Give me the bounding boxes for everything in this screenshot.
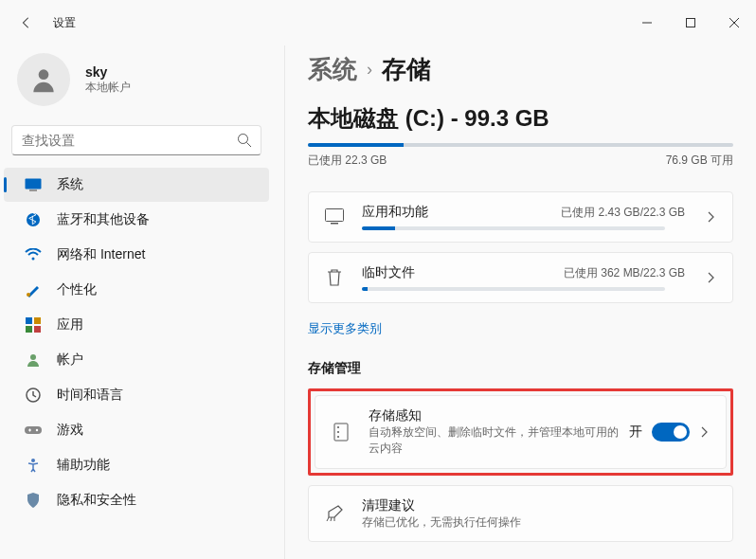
nav-apps[interactable]: 应用 — [4, 308, 269, 342]
minimize-icon — [642, 18, 652, 27]
arrow-left-icon — [20, 16, 33, 29]
nav-label: 时间和语言 — [57, 387, 123, 404]
avatar — [17, 53, 70, 106]
breadcrumb-parent[interactable]: 系统 — [308, 53, 357, 86]
card-storage-sense[interactable]: 存储感知 自动释放空间、删除临时文件，并管理本地可用的云内容 开 — [315, 395, 727, 469]
card-meta: 已使用 2.43 GB/22.3 GB — [561, 205, 685, 221]
disk-used-text: 已使用 22.3 GB — [308, 153, 387, 169]
svg-point-9 — [27, 213, 40, 226]
clock-icon — [25, 387, 42, 404]
brush-icon — [25, 281, 42, 298]
card-meta: 已使用 362 MB/22.3 GB — [564, 265, 685, 281]
person-icon — [28, 64, 59, 95]
card-title: 应用和功能 — [362, 204, 428, 221]
broom-icon — [324, 503, 345, 524]
user-sub: 本地帐户 — [85, 80, 131, 96]
card-cleanup[interactable]: 清理建议 存储已优化，无需执行任何操作 — [308, 485, 733, 543]
disk-usage-bar — [308, 143, 733, 147]
card-sub: 自动释放空间、删除临时文件，并管理本地可用的云内容 — [369, 424, 629, 457]
user-name: sky — [85, 64, 131, 80]
chevron-right-icon — [704, 210, 717, 224]
svg-point-25 — [337, 431, 339, 433]
disk-free-text: 76.9 GB 可用 — [666, 153, 733, 169]
nav-time-language[interactable]: 时间和语言 — [4, 378, 269, 412]
nav-accounts[interactable]: 帐户 — [4, 343, 269, 377]
show-more-link[interactable]: 显示更多类别 — [308, 320, 382, 337]
svg-rect-13 — [34, 317, 41, 324]
storage-sense-toggle[interactable] — [652, 423, 690, 442]
nav-label: 帐户 — [57, 352, 83, 369]
svg-point-4 — [39, 69, 49, 80]
nav-label: 个性化 — [57, 281, 97, 298]
card-sub: 存储已优化，无需执行任何操作 — [362, 514, 717, 531]
card-title: 临时文件 — [362, 264, 415, 281]
apps-features-icon — [324, 207, 345, 227]
nav-bluetooth[interactable]: 蓝牙和其他设备 — [4, 203, 269, 237]
minimize-button[interactable] — [625, 8, 669, 38]
svg-point-20 — [31, 459, 35, 462]
window-title: 设置 — [53, 15, 76, 31]
gaming-icon — [25, 422, 42, 439]
svg-point-26 — [337, 436, 339, 438]
nav-gaming[interactable]: 游戏 — [4, 413, 269, 447]
breadcrumb-current: 存储 — [382, 53, 431, 86]
disk-title: 本地磁盘 (C:) - 99.3 GB — [308, 103, 733, 134]
user-block[interactable]: sky 本地帐户 — [0, 45, 273, 125]
svg-rect-14 — [26, 326, 32, 333]
svg-point-10 — [32, 258, 35, 261]
nav-accessibility[interactable]: 辅助功能 — [4, 448, 269, 482]
svg-rect-18 — [25, 426, 42, 434]
nav-label: 隐私和安全性 — [57, 492, 136, 509]
section-title: 存储管理 — [308, 360, 733, 377]
svg-rect-12 — [26, 317, 32, 324]
close-icon — [729, 18, 739, 27]
chevron-right-icon: › — [367, 60, 372, 80]
svg-rect-23 — [334, 424, 348, 441]
wifi-icon — [25, 246, 42, 263]
card-temp-files[interactable]: 临时文件 已使用 362 MB/22.3 GB — [308, 252, 733, 303]
shield-icon — [25, 492, 42, 509]
nav-label: 应用 — [57, 316, 83, 334]
svg-rect-15 — [34, 326, 41, 333]
svg-rect-1 — [687, 19, 695, 27]
card-apps[interactable]: 应用和功能 已使用 2.43 GB/22.3 GB — [308, 191, 733, 243]
storage-sense-icon — [331, 422, 351, 442]
highlight-box: 存储感知 自动释放空间、删除临时文件，并管理本地可用的云内容 开 — [308, 388, 733, 476]
nav-label: 游戏 — [57, 422, 83, 439]
nav-system[interactable]: 系统 — [4, 168, 269, 202]
nav-privacy[interactable]: 隐私和安全性 — [4, 483, 269, 517]
card-title: 清理建议 — [362, 497, 717, 514]
chevron-right-icon — [697, 425, 711, 439]
system-icon — [25, 176, 42, 193]
svg-rect-22 — [331, 223, 338, 225]
nav-personalization[interactable]: 个性化 — [4, 273, 269, 307]
trash-icon — [324, 267, 345, 288]
maximize-icon — [686, 18, 695, 27]
card-title: 存储感知 — [369, 407, 629, 424]
back-button[interactable] — [17, 13, 36, 32]
svg-rect-8 — [29, 190, 37, 191]
close-button[interactable] — [712, 8, 756, 38]
svg-point-24 — [337, 426, 339, 428]
search-input[interactable] — [11, 125, 261, 155]
accessibility-icon — [25, 457, 42, 474]
nav-label: 蓝牙和其他设备 — [57, 211, 150, 228]
svg-point-19 — [36, 429, 38, 431]
breadcrumb: 系统 › 存储 — [308, 53, 733, 86]
svg-rect-7 — [26, 179, 42, 189]
nav-label: 网络和 Internet — [57, 246, 145, 263]
svg-point-16 — [30, 354, 36, 360]
nav-network[interactable]: 网络和 Internet — [4, 238, 269, 272]
account-icon — [25, 352, 42, 369]
nav-label: 辅助功能 — [57, 457, 110, 474]
bluetooth-icon — [25, 211, 42, 228]
nav-label: 系统 — [57, 176, 83, 193]
chevron-right-icon — [704, 271, 717, 284]
maximize-button[interactable] — [669, 8, 712, 38]
svg-point-11 — [27, 293, 30, 297]
svg-rect-21 — [326, 209, 344, 222]
apps-icon — [25, 316, 42, 334]
toggle-label: 开 — [629, 424, 642, 441]
